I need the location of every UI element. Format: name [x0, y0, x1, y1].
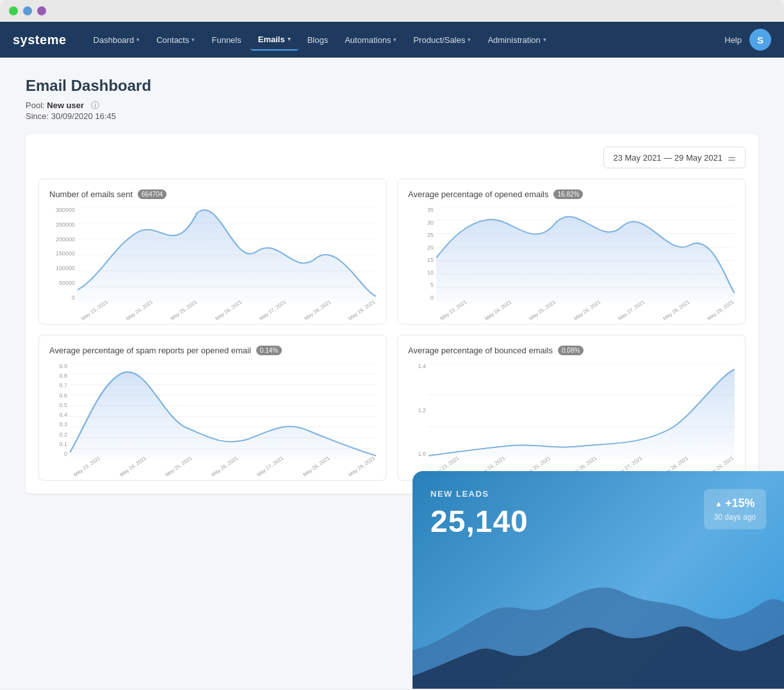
trend-value: ▲ +15%: [714, 497, 756, 510]
chart-wrapper-2: 35302520151050: [408, 207, 735, 314]
chart-wrapper-1: 300000250000200000150000100000500000: [49, 207, 376, 314]
chart-wrapper-4: 1.41.21.0: [408, 363, 735, 470]
navbar: systeme Dashboard ▾ Contacts ▾ Funnels E…: [0, 22, 784, 58]
chart-emails-sent: Number of emails sent 664704 30000025000…: [38, 179, 387, 325]
date-filter-row: 23 May 2021 — 29 May 2021 ⚌: [38, 147, 746, 168]
y-axis-4: 1.41.21.0: [408, 363, 426, 470]
nav-right: Help S: [724, 29, 771, 51]
line-chart-svg-2: [436, 207, 735, 303]
new-leads-card: NEW LEADS 25,140 ▲ +15% 30 days ago: [412, 471, 784, 689]
pool-value: New user: [47, 100, 84, 110]
chart-title-emails-sent: Number of emails sent 664704: [49, 189, 376, 199]
page-title: Email Dashboard: [26, 77, 758, 95]
nav-help-link[interactable]: Help: [724, 35, 742, 45]
chart-badge-bounced: 0.08%: [558, 346, 584, 355]
dashboard-panel: 23 May 2021 — 29 May 2021 ⚌ Number of em…: [26, 134, 758, 493]
trend-period: 30 days ago: [714, 513, 756, 522]
filter-icon: ⚌: [728, 152, 736, 163]
since-value: 30/09/2020 16:45: [51, 111, 116, 121]
chart-badge-emails-sent: 664704: [138, 189, 167, 199]
nav-item-product-sales[interactable]: Product/Sales ▾: [405, 30, 478, 50]
chart-title-bounced: Average percentage of bounced emails 0.0…: [408, 346, 735, 355]
line-chart-svg-4: [429, 363, 735, 459]
chart-title-opened: Average percentage of opened emails 16.8…: [408, 189, 735, 199]
nav-item-dashboard[interactable]: Dashboard ▾: [86, 30, 148, 50]
main-content: Email Dashboard Pool: New user ⓘ Since: …: [0, 58, 784, 689]
nav-item-administration[interactable]: Administration ▾: [480, 30, 553, 50]
x-labels-4: May 23, 2021 May 24, 2021 May 25, 2021 M…: [429, 464, 735, 470]
chart-inner-2: May 23, 2021 May 24, 2021 May 25, 2021 M…: [436, 207, 735, 314]
chart-wrapper-3: 0.90.80.70.60.50.40.30.20.10: [49, 363, 376, 470]
line-chart-svg-3: [70, 363, 376, 459]
y-axis-1: 300000250000200000150000100000500000: [49, 207, 75, 314]
date-range-value: 23 May 2021 — 29 May 2021: [613, 153, 723, 163]
trend-up-arrow-icon: ▲: [715, 499, 723, 508]
chrome-maximize-dot[interactable]: [37, 6, 46, 15]
y-axis-3: 0.90.80.70.60.50.40.30.20.10: [49, 363, 67, 470]
chevron-down-icon: ▾: [543, 36, 546, 43]
trend-box: ▲ +15% 30 days ago: [704, 489, 766, 529]
nav-item-emails[interactable]: Emails ▾: [250, 29, 298, 51]
y-axis-2: 35302520151050: [408, 207, 434, 314]
line-chart-svg-1: [78, 207, 376, 303]
new-leads-content: NEW LEADS 25,140 ▲ +15% 30 days ago: [412, 471, 784, 539]
chart-title-spam: Average percentage of spam reports per o…: [49, 346, 376, 355]
nav-item-blogs[interactable]: Blogs: [300, 30, 336, 50]
chevron-down-icon: ▾: [288, 36, 291, 42]
pool-label: Pool:: [26, 100, 45, 110]
x-labels-1: May 23, 2021 May 24, 2021 May 25, 2021 M…: [78, 308, 376, 314]
mountain-area: [412, 561, 784, 689]
new-leads-header: NEW LEADS 25,140 ▲ +15% 30 days ago: [430, 489, 766, 539]
chevron-down-icon: ▾: [136, 36, 140, 43]
charts-grid: Number of emails sent 664704 30000025000…: [38, 179, 746, 481]
since-label: Since:: [26, 111, 51, 121]
nav-avatar[interactable]: S: [749, 29, 771, 51]
nav-items: Dashboard ▾ Contacts ▾ Funnels Emails ▾ …: [86, 29, 725, 51]
chevron-down-icon: ▾: [468, 36, 471, 43]
nav-item-funnels[interactable]: Funnels: [204, 30, 249, 50]
chart-badge-opened: 16.82%: [553, 189, 583, 199]
date-filter[interactable]: 23 May 2021 — 29 May 2021 ⚌: [603, 147, 746, 168]
chart-inner-4: May 23, 2021 May 24, 2021 May 25, 2021 M…: [429, 363, 735, 470]
chrome-minimize-dot[interactable]: [23, 6, 32, 15]
x-labels-2: May 23, 2021 May 24, 2021 May 25, 2021 M…: [436, 308, 735, 314]
mountain-svg: [412, 561, 784, 689]
new-leads-left: NEW LEADS 25,140: [430, 489, 528, 539]
new-leads-value: 25,140: [430, 504, 528, 539]
window-chrome: [0, 0, 784, 22]
chart-inner-1: May 23, 2021 May 24, 2021 May 25, 2021 M…: [78, 207, 376, 314]
chart-bounced-emails: Average percentage of bounced emails 0.0…: [397, 335, 746, 481]
new-leads-label: NEW LEADS: [430, 489, 528, 499]
nav-item-automations[interactable]: Automations ▾: [337, 30, 404, 50]
chart-opened-emails: Average percentage of opened emails 16.8…: [397, 179, 746, 325]
nav-logo[interactable]: systeme: [13, 33, 67, 47]
chart-badge-spam: 0.14%: [256, 346, 282, 355]
x-labels-3: May 23, 2021 May 24, 2021 May 25, 2021 M…: [70, 464, 376, 470]
info-icon: ⓘ: [91, 100, 99, 110]
chevron-down-icon: ▾: [393, 36, 396, 43]
chrome-close-dot[interactable]: [9, 6, 18, 15]
chevron-down-icon: ▾: [192, 36, 195, 43]
page-meta: Pool: New user ⓘ Since: 30/09/2020 16:45: [26, 100, 758, 121]
chart-inner-3: May 23, 2021 May 24, 2021 May 25, 2021 M…: [70, 363, 376, 470]
nav-item-contacts[interactable]: Contacts ▾: [149, 30, 202, 50]
chart-spam-reports: Average percentage of spam reports per o…: [38, 335, 387, 481]
